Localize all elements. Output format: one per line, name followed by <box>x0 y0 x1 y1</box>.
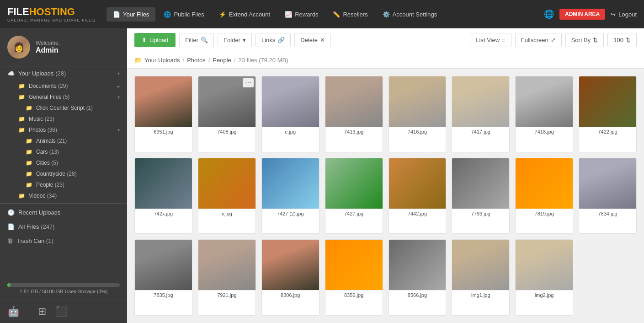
avatar-image: 👩 <box>7 36 30 59</box>
people-label: People (23) <box>36 182 64 188</box>
files-icon: 📄 <box>113 11 120 18</box>
sidebar-item-cars[interactable]: 📁 Cars (13) <box>22 146 127 157</box>
nav-rewards[interactable]: 📈 Rewards <box>278 7 325 22</box>
folder-label: Folder <box>224 37 240 43</box>
file-card-8566[interactable]: 8566.jpg <box>389 239 447 316</box>
file-card-7793[interactable]: 7793.jpg <box>452 158 510 234</box>
file-menu-dots-7408[interactable]: ⋯ <box>243 78 254 87</box>
sidebar-item-music[interactable]: 📁 Music (23) <box>15 113 127 124</box>
folder-icon: 📁 <box>26 105 32 111</box>
chevron-down-icon: ▾ <box>117 71 120 76</box>
links-label: Links <box>261 37 275 43</box>
files-grid: 6951.jpg ⋯ 7408.jpg View ↻ Rotate Right <box>127 69 644 323</box>
file-name-x: x.jpg <box>198 209 255 218</box>
file-thumb-7418 <box>516 76 573 127</box>
file-card-7417[interactable]: 7417.jpg <box>452 76 510 152</box>
breadcrumb-photos[interactable]: Photos <box>187 57 205 64</box>
sidebar-item-animals[interactable]: 📁 Animals (21) <box>22 135 127 146</box>
sidebar-item-photos[interactable]: 📁 Photos (36) ▾ <box>15 124 127 135</box>
sidebar-item-documents[interactable]: 📁 Documents (29) ▸ <box>15 81 127 92</box>
top-navigation: FILEHOSTING UPLOAD, MANAGE AND SHARE FIL… <box>0 0 644 28</box>
file-thumb-8566 <box>389 240 446 290</box>
sidebar-item-cities[interactable]: 📁 Cities (5) <box>22 157 127 168</box>
cars-label: Cars (13) <box>36 149 59 155</box>
blackberry-icon[interactable]: ⬛ <box>55 306 68 318</box>
chevron-down-icon: ▾ <box>117 128 120 133</box>
close-icon: ✕ <box>320 37 325 43</box>
nav-your-files[interactable]: 📄 Your Files <box>106 7 155 22</box>
file-card-7408[interactable]: ⋯ 7408.jpg View ↻ Rotate Right ↺ Rot <box>198 76 256 152</box>
list-view-button[interactable]: List View ≡ <box>470 33 511 47</box>
file-name-7413: 7413.jpg <box>325 127 383 136</box>
sidebar-item-all-files[interactable]: 📄 All Files (247) <box>0 220 127 234</box>
main-content: ⬆ Upload Filter 🔍 Folder ▾ Links 🔗 Delet… <box>127 28 644 323</box>
per-page-button[interactable]: 100 ⇅ <box>607 33 637 47</box>
filter-button[interactable]: Filter 🔍 <box>179 33 214 47</box>
file-card-img1[interactable]: img1.jpg <box>452 239 510 316</box>
per-page-label: 100 <box>613 37 623 43</box>
nav-public-files[interactable]: 🌐 Public Files <box>157 7 210 22</box>
file-card-7819[interactable]: 7819.jpg <box>515 158 573 234</box>
delete-button[interactable]: Delete ✕ <box>294 33 331 47</box>
android-icon[interactable]: 🤖 <box>7 306 20 318</box>
breadcrumb-file-count: 23 files (79.20 MB) <box>238 57 288 64</box>
file-name-7793: 7793.jpg <box>452 209 509 218</box>
folder-button[interactable]: Folder ▾ <box>218 33 252 47</box>
logout-button[interactable]: ↪ Logout <box>611 11 637 18</box>
file-card-7427[interactable]: 7427.jpg <box>325 158 383 234</box>
file-card-7834[interactable]: 7834.jpg <box>579 158 637 234</box>
nav-extend-account[interactable]: ⚡ Extend Account <box>213 7 277 22</box>
globe-icon[interactable]: 🌐 <box>544 9 554 19</box>
chevron-right-icon: ▸ <box>117 84 120 89</box>
sidebar-uploads-label: Your Uploads (28) <box>18 70 66 77</box>
file-card-7416[interactable]: 7416.jpg <box>389 76 447 152</box>
file-name-8356: 8356.jpg <box>325 290 383 300</box>
links-button[interactable]: Links 🔗 <box>255 33 291 47</box>
nav-account-settings[interactable]: ⚙️ Account Settings <box>376 7 444 22</box>
sidebar-item-videos[interactable]: 📁 Videos (34) <box>15 190 127 201</box>
sidebar-item-countryside[interactable]: 📁 Countryside (28) <box>22 168 127 179</box>
file-card-7921[interactable]: 7921.jpg <box>198 239 256 316</box>
sidebar-item-recent-uploads[interactable]: 🕐 Recent Uploads <box>0 205 127 220</box>
nav-resellers[interactable]: ✏️ Resellers <box>326 7 374 22</box>
admin-area-badge[interactable]: ADMIN AREA <box>559 9 605 20</box>
breadcrumb-your-uploads[interactable]: Your Uploads <box>144 57 180 64</box>
settings-icon: ⚙️ <box>383 11 390 18</box>
fullscreen-button[interactable]: Fullscreen ⤢ <box>515 33 562 47</box>
sidebar-item-your-uploads[interactable]: ☁️ Your Uploads (28) ▾ <box>0 66 127 81</box>
sidebar-sub-photos: 📁 Animals (21) 📁 Cars (13) 📁 Cities (5) … <box>15 135 127 190</box>
file-name-7819: 7819.jpg <box>516 209 573 218</box>
logo-file: FILE <box>7 6 29 17</box>
file-card-7835[interactable]: 7835.jpg <box>134 239 192 316</box>
file-card-7418[interactable]: 7418.jpg <box>515 76 573 152</box>
file-name-8306: 8306.jpg <box>262 290 319 300</box>
upload-button[interactable]: ⬆ Upload <box>134 33 176 47</box>
file-card-742x[interactable]: 742x.jpg <box>134 158 192 234</box>
file-card-8356[interactable]: 8356.jpg <box>325 239 383 316</box>
sidebar-item-people[interactable]: 📁 People (23) <box>22 179 127 190</box>
recent-uploads-label: Recent Uploads <box>18 209 61 216</box>
file-card-6951[interactable]: 6951.jpg <box>134 76 192 152</box>
file-card-img2[interactable]: img2.jpg <box>515 239 573 316</box>
file-card-8306[interactable]: 8306.jpg <box>261 239 319 316</box>
upload-label: Upload <box>149 37 168 43</box>
file-card-7422[interactable]: 7422.jpg <box>579 76 637 152</box>
file-card-7427-2[interactable]: 7427 (2).jpg <box>261 158 319 234</box>
main-layout: 👩 Welcome, Admin ☁️ Your Uploads (28) ▾ … <box>0 28 644 323</box>
sidebar-item-trash[interactable]: 🗑 Trash Can (1) <box>0 234 127 248</box>
sidebar-item-general-files[interactable]: 📁 General Files (5) ▾ <box>15 92 127 102</box>
file-card-x[interactable]: x.jpg <box>198 158 256 234</box>
file-card-7413[interactable]: 7413.jpg <box>325 76 383 152</box>
file-thumb-7442 <box>389 158 446 209</box>
file-card-e[interactable]: e.jpg <box>261 76 319 152</box>
sidebar-item-click-counter[interactable]: 📁 Click Counter Script (1) <box>22 102 127 113</box>
breadcrumb-people[interactable]: People <box>213 57 231 64</box>
file-card-7442[interactable]: 7442.jpg <box>389 158 447 234</box>
file-name-7834: 7834.jpg <box>579 209 636 218</box>
windows-icon[interactable]: ⊞ <box>38 306 46 318</box>
folder-icon: 📁 <box>18 127 25 133</box>
clock-icon: 🕐 <box>7 209 15 216</box>
sort-by-button[interactable]: Sort By ⇅ <box>565 33 604 47</box>
breadcrumb-sep1: / <box>183 57 185 64</box>
rewards-icon: 📈 <box>285 11 292 18</box>
